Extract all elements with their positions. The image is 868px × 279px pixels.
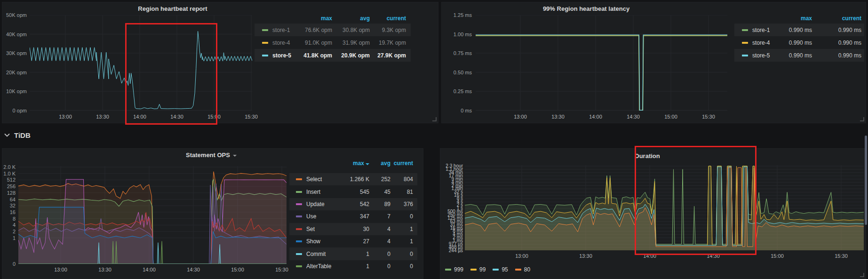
legend-series-name-Use[interactable]: Use — [306, 213, 316, 220]
x-tick-label: 13:00 — [511, 253, 532, 259]
legend-color-chip — [296, 253, 302, 255]
legend-series-name-Show[interactable]: Show — [306, 238, 320, 245]
y-tick-label: 244 µs — [440, 248, 463, 253]
legend-value: 81 — [366, 189, 413, 195]
lat-chart[interactable] — [476, 15, 727, 111]
legend-color-chip — [742, 55, 748, 56]
dur-chart[interactable] — [465, 165, 864, 250]
st-chart[interactable] — [18, 166, 287, 264]
legend-color-chip — [296, 240, 302, 242]
legend-row-store-5: store-50.990 ms0.990 ms — [734, 49, 864, 62]
x-tick-label: 15:00 — [767, 253, 788, 259]
legend-item-95[interactable]: 95 — [493, 266, 508, 273]
legend-color-chip — [296, 265, 302, 267]
y-tick-label: 20K opm — [2, 69, 27, 76]
legend-color-chip — [742, 42, 748, 44]
legend-color-chip — [262, 55, 268, 56]
legend-row-Show: Show2741 — [289, 235, 417, 247]
y-tick-label: 2.0 K — [2, 164, 16, 170]
panel-resize-handle[interactable] — [432, 117, 437, 121]
legend-series-name-Select[interactable]: Select — [306, 176, 322, 183]
x-tick-label: 14:00 — [639, 253, 660, 259]
y-tick-label: 10K opm — [2, 88, 27, 95]
legend-value: 27.9K opm — [359, 52, 406, 59]
series-line-store-5 — [30, 31, 252, 109]
legend-color-chip — [742, 29, 748, 31]
legend-row-Commit: Commit100 — [289, 247, 417, 260]
duration-legend: 999999580 — [445, 266, 530, 273]
x-tick-label: 14:00 — [585, 114, 606, 120]
y-tick-label: 30K opm — [2, 50, 27, 56]
legend-row-Insert: Insert5454581 — [289, 185, 417, 198]
y-tick-label: 4 — [2, 222, 16, 228]
x-tick-label: 15:30 — [241, 114, 262, 120]
chevron-down-icon — [4, 132, 10, 138]
legend-header-current[interactable]: current — [359, 15, 406, 22]
legend-series-name-Update[interactable]: Update — [306, 201, 325, 207]
legend-color-chip — [445, 269, 451, 271]
y-tick-label: 8 — [2, 215, 16, 222]
panel-title-statement-ops[interactable]: Statement OPS — [186, 151, 237, 159]
y-tick-label: 32 — [2, 202, 16, 209]
legend-value: 0 — [366, 263, 413, 270]
legend-item-80[interactable]: 80 — [515, 266, 530, 273]
legend-value: 0 — [366, 213, 413, 220]
legend-value: 0.990 ms — [814, 52, 861, 59]
legend-row-store-5: store-541.8K opm20.9K opm27.9K opm — [255, 49, 411, 62]
legend-value: 0.990 ms — [765, 40, 812, 46]
panel-title-region-heartbeat-report[interactable]: Region heartbeat report — [138, 5, 207, 12]
legend-value: 804 — [366, 176, 413, 183]
y-tick-label: 1.00 ms — [442, 31, 472, 38]
panel-region-heartbeat-latency: 99% Region heartbeat latency 1.25 ms1.00… — [441, 2, 866, 123]
legend-header-max[interactable]: max — [765, 15, 812, 22]
series-line-store-5 — [476, 35, 727, 110]
panel-resize-handle[interactable] — [860, 117, 864, 121]
legend-series-name-95: 95 — [502, 266, 508, 273]
legend-item-999[interactable]: 999 — [445, 266, 463, 273]
legend-value: 0 — [366, 251, 413, 257]
legend-row-store-4: store-40.990 ms0.990 ms — [734, 36, 864, 49]
x-tick-label: 15:00 — [204, 114, 224, 120]
legend-color-chip — [296, 191, 302, 193]
x-tick-label: 13:30 — [92, 114, 113, 120]
panel-title-region-heartbeat-latency[interactable]: 99% Region heartbeat latency — [543, 5, 629, 12]
x-tick-label: 13:00 — [50, 267, 71, 272]
x-tick-label: 14:00 — [129, 114, 150, 120]
panel-region-heartbeat-report: Region heartbeat report 50K opm40K opm30… — [2, 2, 438, 123]
section-header-tidb[interactable]: TiDB — [4, 128, 31, 142]
y-tick-label: 0.25 ms — [442, 88, 472, 95]
y-tick-label: 64 — [2, 196, 16, 203]
x-tick-label: 15:00 — [661, 114, 681, 120]
legend-header-current[interactable]: current — [814, 15, 861, 22]
legend-item-99[interactable]: 99 — [470, 266, 486, 273]
y-tick-label: 16 — [2, 209, 16, 215]
x-tick-label: 13:00 — [55, 114, 76, 120]
panel-duration: Duration 2.3 hour1.1 hour34 min17 min9 m… — [440, 148, 866, 279]
legend-color-chip — [296, 178, 302, 180]
hb-chart[interactable] — [30, 15, 252, 111]
legend-series-name-Insert[interactable]: Insert — [306, 189, 320, 195]
y-tick-label: 0.50 ms — [442, 69, 472, 76]
legend-color-chip — [296, 215, 302, 217]
legend-series-name-Set[interactable]: Set — [306, 226, 315, 232]
y-tick-label: 1 — [2, 235, 16, 241]
legend-value: 19.7K opm — [359, 40, 406, 46]
x-tick-label: 14:30 — [183, 267, 204, 272]
y-tick-label: 0 opm — [2, 107, 27, 114]
y-tick-label: 0.75 ms — [442, 50, 472, 56]
panel-title-duration[interactable]: Duration — [635, 152, 660, 159]
x-tick-label: 14:30 — [623, 114, 644, 120]
legend-row-store-4: store-491.0K opm31.9K opm19.7K opm — [255, 36, 411, 49]
x-tick-label: 13:30 — [548, 114, 568, 120]
legend-row-store-1: store-176.6K opm30.8K opm9.3K opm — [255, 24, 411, 36]
legend-value: 0.990 ms — [814, 27, 861, 33]
legend-value: 376 — [366, 201, 413, 207]
y-tick-label: 40K opm — [2, 31, 27, 38]
y-tick-label: 50K opm — [2, 12, 27, 18]
legend-color-chip — [296, 228, 302, 230]
panel-resize-handle[interactable] — [860, 273, 864, 277]
scrollbar-thumb[interactable] — [865, 136, 867, 225]
y-tick-label: 0 ms — [442, 107, 472, 114]
legend-row-Select: Select1.266 K252804 — [289, 173, 417, 185]
legend-header-current[interactable]: current — [366, 160, 413, 167]
